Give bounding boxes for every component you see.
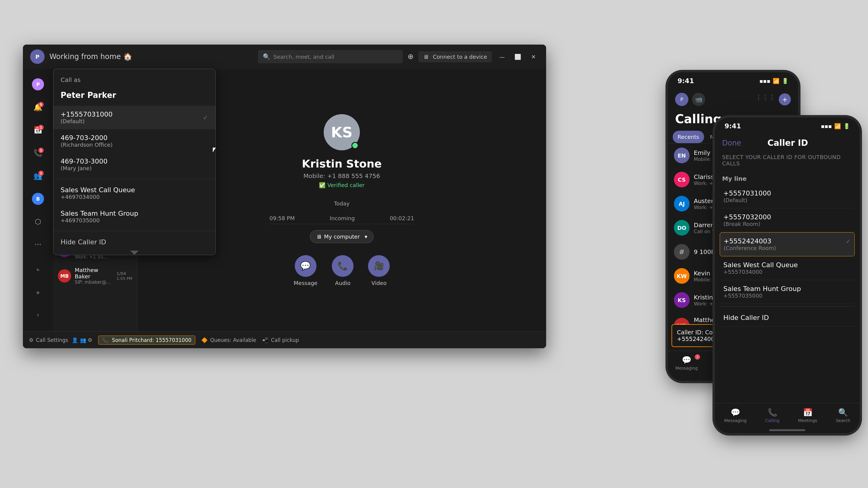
sidebar: P 🔔 5 📅 1 📞 1 <box>23 69 53 331</box>
caller-id-status[interactable]: 📞 Sonali Pritchard: 15557031000 <box>98 335 195 345</box>
phone2-option-conference-room[interactable]: +5552424003 ✓ (Conference Room) <box>720 232 855 256</box>
phone1-status-icons: ▪▪▪ 📶 🔋 <box>759 78 788 84</box>
connect-device-button[interactable]: 🖥 Connect to a device <box>418 51 492 62</box>
sidebar-item-help[interactable]: ? <box>27 305 49 327</box>
caller-id-number: 469-703-2000 <box>61 134 208 141</box>
phone2-nav-calling[interactable]: 📞 Calling <box>765 408 780 423</box>
device-selector[interactable]: 🖥 My computer ▾ <box>310 230 374 243</box>
phone1-video-icon[interactable]: 📹 <box>692 93 705 106</box>
verified-badge: ✅ Verified caller <box>319 182 364 188</box>
queues-status[interactable]: 🔶 Queues: Available <box>201 337 256 343</box>
video-icon: 🎥 <box>368 255 390 277</box>
avatar: MB <box>674 318 689 324</box>
minimize-button[interactable]: — <box>497 51 507 62</box>
phone1-tab-recents[interactable]: Recents <box>673 131 704 143</box>
queues-icon: 🔶 <box>201 337 208 343</box>
phone1-header-avatars: P 📹 <box>675 93 705 106</box>
caller-id-option-mary-jane[interactable]: 469-703-3000 (Mary Jane) <box>53 153 216 176</box>
message-button[interactable]: 💬 Message <box>294 255 318 286</box>
phone2-hide-caller-id[interactable]: Hide Caller ID <box>720 309 855 327</box>
caller-id-label: (Default) <box>61 118 208 124</box>
avatar: KW <box>674 268 689 284</box>
phone2-status-bar: 9:41 ▪▪▪ 📶 🔋 <box>715 118 860 134</box>
phone2-options-list: My line +5557031000 (Default) +555703200… <box>715 171 860 403</box>
audio-button[interactable]: 📞 Audio <box>332 255 353 286</box>
phone2-nav-meetings[interactable]: 📅 Meetings <box>798 408 817 423</box>
close-button[interactable]: ✕ <box>528 51 539 62</box>
sidebar-item-more[interactable]: ··· <box>27 234 49 255</box>
hide-caller-id-button[interactable]: Hide Caller ID <box>53 233 216 251</box>
avatar: MB <box>58 269 71 283</box>
phone2-status-icons: ▪▪▪ 📶 🔋 <box>821 123 850 129</box>
calendar-badge: 1 <box>38 125 44 130</box>
user-avatar[interactable]: P <box>30 50 44 64</box>
caller-id-option-richardson[interactable]: 469-703-2000 (Richardson Office) <box>53 129 216 153</box>
caller-id-label: (Mary Jane) <box>61 165 208 171</box>
my-line-label: My line <box>720 171 855 185</box>
check-icon: ✓ <box>203 114 208 121</box>
activity-badge: 5 <box>38 102 44 107</box>
message-label: Message <box>294 280 318 286</box>
connect-icon: 🖥 <box>423 54 429 60</box>
sidebar-item-avatar[interactable]: P <box>27 73 49 95</box>
sidebar-item-apps[interactable]: ⬡ <box>27 211 49 233</box>
phone2-home-indicator <box>715 427 860 433</box>
people-badge: 1 <box>38 170 44 176</box>
calendar-icon: 📅 1 <box>33 126 42 134</box>
sidebar-item-calls[interactable]: 📞 1 <box>27 142 49 164</box>
people-icon: 👥 1 <box>33 172 42 180</box>
done-button[interactable]: Done <box>722 139 741 147</box>
battery-icon: 🔋 <box>782 78 788 84</box>
sidebar-item-people[interactable]: 👥 1 <box>27 165 49 187</box>
call-settings-item[interactable]: ⚙ Call Settings 👤 👥 ⚙ <box>29 337 92 343</box>
teams-icon: B <box>32 193 44 205</box>
avatar: KS <box>674 292 689 308</box>
sidebar-item-refresh[interactable]: ↻ <box>27 259 49 281</box>
search-bar[interactable]: 🔍 Search, meet, and call <box>258 50 403 63</box>
sidebar-item-teams[interactable]: B <box>27 188 49 210</box>
phone2-option-sales-west[interactable]: Sales West Call Queue +5557034000 <box>720 256 855 280</box>
caller-id-option-sales-team[interactable]: Sales Team Hunt Group +4697035000 <box>53 205 216 228</box>
option-number: +5552424003 ✓ <box>724 237 851 245</box>
phone2-nav-search[interactable]: 🔍 Search <box>836 408 850 423</box>
sidebar-item-activity[interactable]: 🔔 5 <box>27 96 49 118</box>
maximize-button[interactable]: ⬜ <box>513 51 523 62</box>
call-pickup-status[interactable]: 📲 Call pickup <box>262 337 299 343</box>
sidebar-item-calendar[interactable]: 📅 1 <box>27 119 49 141</box>
desktop-app: P Working from home 🏠 🔍 Search, meet, an… <box>23 44 546 348</box>
verified-label: Verified caller <box>327 182 364 188</box>
phone2-time: 9:41 <box>724 122 741 130</box>
phone1-nav-messaging[interactable]: 💬 2 Messaging <box>675 355 698 370</box>
phone2-nav-messaging[interactable]: 💬 Messaging <box>724 408 747 423</box>
messaging-badge: 2 <box>695 354 700 360</box>
phone1-user-avatar[interactable]: P <box>675 93 688 106</box>
wifi-icon: 📶 <box>834 123 841 129</box>
app-title: Working from home 🏠 <box>50 53 253 61</box>
title-bar: P Working from home 🏠 🔍 Search, meet, an… <box>23 44 546 69</box>
grid-icon[interactable]: ⋮⋮⋮ <box>755 93 775 105</box>
mobile-phone-2: 9:41 ▪▪▪ 📶 🔋 Done Caller ID SELECT YOUR … <box>715 118 860 433</box>
option-number: Sales West Call Queue <box>723 261 851 269</box>
phone2-option-default[interactable]: +5557031000 (Default) <box>720 185 855 208</box>
video-button[interactable]: 🎥 Video <box>368 255 390 286</box>
add-icon[interactable]: ⊕ <box>407 53 413 61</box>
phone2-option-break-room[interactable]: +5557032000 (Break Room) <box>720 208 855 232</box>
caller-id-number: 469-703-3000 <box>61 158 208 165</box>
phone1-header-icons: ⋮⋮⋮ + <box>755 93 791 105</box>
messaging-nav-icon: 💬 <box>731 408 740 417</box>
sidebar-item-settings[interactable]: ⚙ <box>27 282 49 304</box>
caller-id-option-default[interactable]: +15557031000 (Default) ✓ <box>53 106 216 129</box>
phone1-add-button[interactable]: + <box>779 93 791 105</box>
phone2-option-sales-team[interactable]: Sales Team Hunt Group +5557035000 <box>720 280 855 304</box>
avatar: DO <box>674 220 689 235</box>
caller-id-dropdown: Call as Peter Parker +15557031000 (Defau… <box>53 69 216 255</box>
dropdown-arrow <box>53 251 216 255</box>
teams-avatar: B <box>32 193 44 205</box>
battery-icon: 🔋 <box>843 123 850 129</box>
caller-id-option-sales-west[interactable]: Sales West Call Queue +4697034000 <box>53 181 216 205</box>
verified-icon: ✅ <box>319 182 326 188</box>
meetings-nav-icon: 📅 <box>803 408 812 417</box>
check-icon: ✓ <box>846 238 851 245</box>
activity-icon: 🔔 5 <box>33 103 42 111</box>
list-item[interactable]: MB Matthew Baker SIP: mbaker@example.com… <box>53 263 137 289</box>
